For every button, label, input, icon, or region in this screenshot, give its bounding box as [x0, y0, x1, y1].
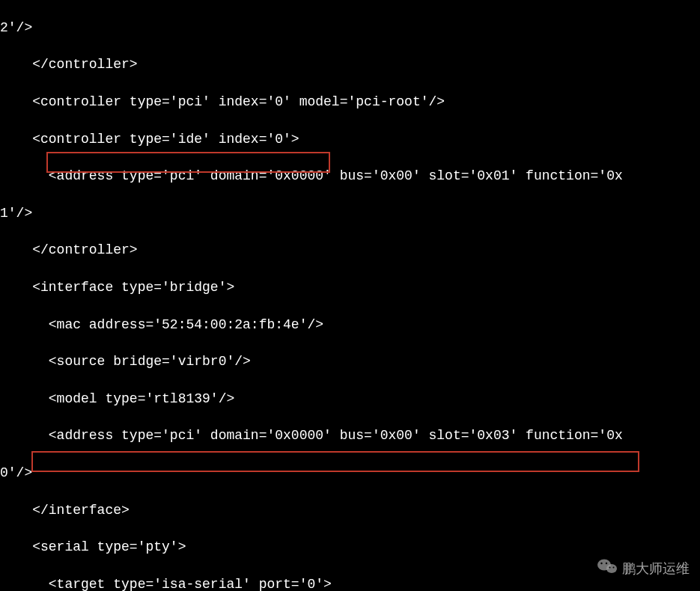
- code-line: <address type='pci' domain='0x0000' bus=…: [0, 426, 700, 445]
- code-line: </controller>: [0, 55, 700, 74]
- code-line: 0'/>: [0, 464, 700, 483]
- terminal-output: 2'/> </controller> <controller type='pci…: [0, 0, 700, 591]
- code-line: <source bridge='virbr0'/>: [0, 352, 700, 371]
- code-line: </interface>: [0, 501, 700, 520]
- code-line: <interface type='bridge'>: [0, 278, 700, 297]
- code-line: </controller>: [0, 241, 700, 260]
- code-line: <controller type='ide' index='0'>: [0, 130, 700, 149]
- code-line: 2'/>: [0, 19, 700, 37]
- code-line: <controller type='pci' index='0' model='…: [0, 93, 700, 111]
- code-line: <serial type='pty'>: [0, 538, 700, 557]
- code-line: 1'/>: [0, 204, 700, 223]
- code-line: <model type='rtl8139'/>: [0, 390, 700, 408]
- code-line: <mac address='52:54:00:2a:fb:4e'/>: [0, 316, 700, 334]
- code-line: <target type='isa-serial' port='0'>: [0, 575, 700, 591]
- code-line: <address type='pci' domain='0x0000' bus=…: [0, 167, 700, 186]
